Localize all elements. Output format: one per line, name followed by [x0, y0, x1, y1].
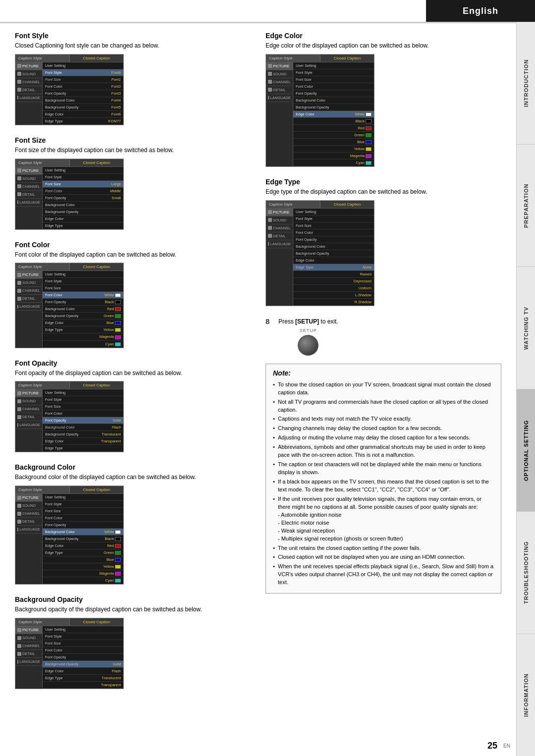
nav-detail: DETAIL — [15, 295, 42, 303]
menu-row: Font Opacity — [43, 522, 123, 529]
nav-channel: CHANNEL — [15, 642, 42, 650]
menu-row: User Setting — [43, 626, 123, 633]
menu-row: Font Size — [43, 640, 123, 647]
menu-row: Background ColorFont4 — [43, 97, 123, 104]
menu-row: Background Opacity — [293, 250, 374, 257]
nav-language: LANGUAGE — [266, 240, 293, 248]
menu-row: Transparent — [43, 682, 123, 689]
menu-row: User Setting — [43, 62, 123, 69]
sidebar-tab-watching-tv[interactable]: WATCHING TV — [517, 267, 535, 389]
menu-row: Font Size — [43, 285, 123, 292]
menu-row: Font Size — [43, 508, 123, 515]
menu-row: Edge TypeGreen — [43, 549, 123, 556]
nav-sound: SOUND — [266, 216, 293, 224]
menu-row: Font StyleFont8 — [43, 69, 123, 76]
menu-row: User Setting — [43, 494, 123, 501]
menu-left-nav: PICTURE SOUND CHANNEL DETAIL LANGUAGE — [15, 62, 43, 125]
step-description: Press [SETUP] to exit. — [278, 317, 338, 325]
menu-row: Edge TypeKOM77 — [43, 118, 123, 125]
menu-row: Magenta — [293, 153, 374, 160]
menu-row: Edge TypeYellow — [43, 326, 123, 333]
font-style-menu: Caption Style Closed Caption PICTURE SOU… — [15, 54, 124, 125]
menu-row: User Setting — [293, 62, 374, 69]
menu-closed-caption-label: Closed Caption — [70, 54, 124, 62]
nav-sound: SOUND — [15, 502, 42, 510]
menu-left-nav: PICTURE SOUND CHANNEL DETAIL LANGUAGE — [266, 209, 293, 306]
note-item: The caption or text characters will not … — [273, 461, 494, 477]
background-color-desc: Background color of the displayed captio… — [15, 473, 251, 482]
sidebar-tab-information[interactable]: INFORMATION — [517, 634, 535, 756]
page-number: 25 — [487, 741, 497, 751]
menu-caption-style-label: Caption Style — [15, 486, 70, 493]
font-color-desc: Font color of the displayed caption can … — [15, 251, 251, 259]
menu-row: User Setting — [43, 389, 123, 396]
page-en-label: EN — [503, 743, 510, 749]
background-opacity-title: Background Opacity — [15, 595, 251, 603]
nav-picture: PICTURE — [15, 167, 42, 175]
edge-color-desc: Edge color of the displayed caption can … — [266, 42, 501, 50]
menu-right-content: User Setting Font StyleFont8 Font SizeFo… — [43, 62, 123, 125]
nav-channel: CHANNEL — [266, 224, 293, 232]
nav-sound: SOUND — [266, 70, 293, 78]
note-item: If the unit receives poor quality televi… — [273, 495, 494, 543]
menu-row: Background Color — [293, 97, 374, 104]
menu-row: Font Opacity — [43, 654, 123, 661]
nav-detail: DETAIL — [15, 650, 42, 658]
menu-right-content: User Setting Font Style Font Size Font C… — [293, 209, 374, 306]
menu-caption-style-label: Caption Style — [266, 54, 321, 62]
menu-row: Edge Type — [43, 222, 123, 229]
menu-row: Background Opacity — [43, 209, 123, 216]
menu-row: Font Color — [43, 410, 123, 417]
note-list: To show the closed caption on your TV sc… — [273, 381, 494, 587]
main-content: Font Style Closed Captioning font style … — [0, 22, 516, 710]
sidebar-tab-introduction[interactable]: INTRODUCTION — [517, 22, 535, 144]
sidebar-tab-preparation[interactable]: PREPARATION — [517, 144, 535, 267]
menu-row: Font Size — [293, 222, 374, 229]
font-color-section: Font Color Font color of the displayed c… — [15, 241, 251, 348]
menu-caption-style-label: Caption Style — [15, 263, 70, 270]
note-item: Abbreviations, symbols and other grammat… — [273, 443, 494, 459]
menu-row: Font Style — [293, 216, 374, 222]
menu-left-nav: PICTURE SOUND CHANNEL DETAIL LANGUAGE — [15, 389, 43, 452]
menu-closed-caption-label: Closed Caption — [321, 54, 374, 62]
sidebar-tab-optional-setting[interactable]: OPTIONAL SETTING — [517, 389, 535, 511]
menu-row: Magenta — [43, 333, 123, 340]
edge-type-desc: Edge type of the displayed caption can b… — [266, 188, 501, 196]
nav-sound: SOUND — [15, 175, 42, 183]
nav-picture: PICTURE — [266, 209, 293, 216]
nav-language: LANGUAGE — [15, 303, 42, 311]
menu-row: Edge ColorFlash — [43, 668, 123, 675]
font-opacity-section: Font Opacity Font opacity of the display… — [15, 359, 251, 453]
menu-row: Font SizeFont1 — [43, 76, 123, 83]
menu-row: Font Style — [43, 501, 123, 508]
step-8-section: 8 Press [SETUP] to exit. SETUP — [266, 317, 501, 356]
menu-left-nav: PICTURE SOUND CHANNEL DETAIL LANGUAGE — [266, 62, 293, 166]
menu-row: Red — [293, 125, 374, 132]
menu-row: Uniform — [293, 285, 374, 292]
nav-picture: PICTURE — [15, 271, 42, 279]
note-item: The unit retains the closed caption sett… — [273, 544, 494, 552]
menu-caption-style-label: Caption Style — [15, 159, 70, 166]
note-item: Captions and texts may not match the TV … — [273, 415, 494, 423]
menu-row: Font ColorWhite — [43, 292, 123, 299]
menu-row: Edge TypeTranslucent — [43, 675, 123, 682]
note-item: Not all TV programs and commercials have… — [273, 398, 494, 414]
font-style-title: Font Style — [15, 32, 251, 40]
nav-detail: DETAIL — [15, 86, 42, 94]
nav-picture: PICTURE — [15, 494, 42, 502]
step-number: 8 — [266, 317, 274, 325]
background-opacity-desc: Background opacity of the displayed capt… — [15, 605, 251, 614]
nav-language: LANGUAGE — [15, 199, 42, 207]
menu-left-nav: PICTURE SOUND CHANNEL DETAIL LANGUAGE — [15, 167, 43, 229]
menu-row: Depressed — [293, 278, 374, 285]
menu-left-nav: PICTURE SOUND CHANNEL DETAIL LANGUAGE — [15, 494, 43, 584]
menu-right-content: User Setting Font Style Font Size Font C… — [293, 62, 374, 166]
menu-row: Font Style — [43, 633, 123, 640]
menu-row: Edge TypeNone — [293, 264, 374, 271]
nav-sound: SOUND — [15, 397, 42, 405]
nav-channel: CHANNEL — [15, 287, 42, 295]
note-item: Adjusting or muting the volume may delay… — [273, 434, 494, 442]
nav-picture: PICTURE — [15, 62, 42, 70]
sidebar-tab-troubleshooting[interactable]: TROUBLESHOOTING — [517, 511, 535, 634]
nav-language: LANGUAGE — [15, 94, 42, 102]
